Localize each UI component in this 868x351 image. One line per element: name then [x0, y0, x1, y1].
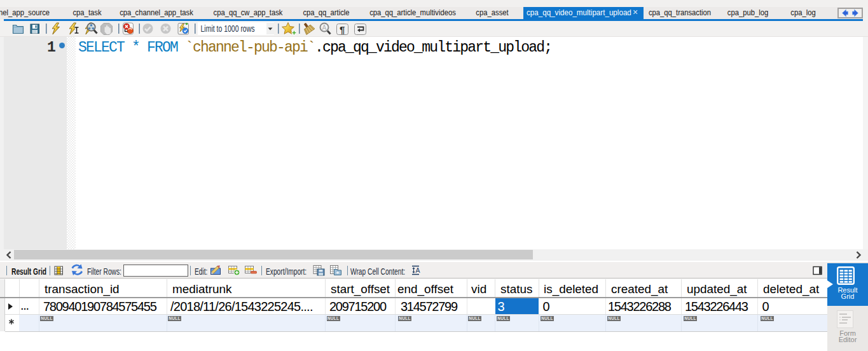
svg-text:A: A: [416, 266, 420, 274]
svg-text:A: A: [322, 24, 327, 31]
svg-text:Limit to 1000 rows: Limit to 1000 rows: [201, 24, 255, 34]
svg-text:¶: ¶: [340, 24, 345, 35]
